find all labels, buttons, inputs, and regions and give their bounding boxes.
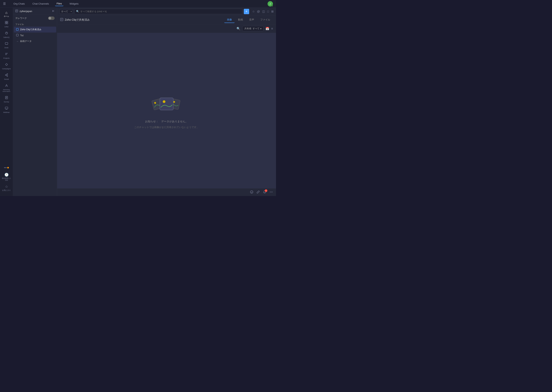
sidebar-item-social[interactable]: Social bbox=[1, 72, 12, 82]
topbar-icons: ☆ @ ◫ □ ⊞ bbox=[252, 10, 274, 13]
notify-icon[interactable]: 1 bbox=[263, 190, 266, 195]
nav-org-chats[interactable]: Org Chats bbox=[12, 1, 26, 6]
svg-rect-13 bbox=[16, 34, 18, 36]
crm-icon bbox=[5, 21, 8, 25]
sidebar-item-projects[interactable]: Projects bbox=[1, 51, 12, 61]
teleswork-toggle[interactable] bbox=[48, 16, 55, 20]
svg-point-20 bbox=[163, 100, 165, 103]
svg-point-26 bbox=[272, 192, 273, 192]
tab-audio[interactable]: 音声 bbox=[247, 17, 257, 23]
star-icon: ☆ bbox=[5, 184, 8, 189]
icon-nav: ⌂ ホーム CRM SalesIQ bbox=[0, 8, 13, 196]
more-dots[interactable]: ••• bbox=[2, 165, 11, 171]
sidebar-file-taz[interactable]: Taz bbox=[14, 33, 56, 38]
search-icon: 🔍 bbox=[76, 10, 79, 13]
nav-widgets[interactable]: Widgets bbox=[68, 1, 80, 6]
top-nav: ☰ Org Chats Chat Channels Files Widgets … bbox=[0, 0, 276, 8]
sidebar-item-recent[interactable]: 🕐 最近使用した項目 bbox=[1, 171, 12, 182]
nav-chat-channels[interactable]: Chat Channels bbox=[31, 1, 51, 6]
empty-icon-area bbox=[151, 92, 182, 116]
files-title-area: Zoho Cliqで共有済み bbox=[60, 18, 221, 22]
search-toolbar-icon[interactable]: 🔍 bbox=[237, 27, 240, 30]
svg-point-6 bbox=[5, 74, 6, 75]
orange-dot bbox=[7, 167, 9, 168]
sidebar-item-label: Webinar bbox=[3, 112, 10, 113]
zoho-cliq-file-icon bbox=[16, 28, 19, 31]
svg-rect-3 bbox=[7, 23, 8, 24]
sidebar-item-label: SalesIQ bbox=[3, 36, 9, 38]
notify-badge: 1 bbox=[265, 189, 267, 192]
shared-by-filter[interactable]: 共有者: すべて ▾ bbox=[242, 26, 263, 31]
calendar-topbar-icon[interactable]: □ bbox=[267, 10, 269, 13]
svg-point-4 bbox=[5, 32, 8, 34]
svg-rect-12 bbox=[16, 28, 18, 30]
sidebar-item-label: Survey bbox=[4, 101, 9, 103]
social-icon bbox=[5, 73, 8, 78]
sidebar-item-label: Desk bbox=[4, 47, 8, 49]
archive-topbar-icon[interactable]: ◫ bbox=[262, 10, 265, 13]
list-toolbar-icon[interactable]: ≡ bbox=[271, 27, 273, 30]
sidebar-file-zoho-cliq[interactable]: Zoho Cliqで共有済み bbox=[14, 27, 56, 33]
hamburger-icon[interactable]: ☰ bbox=[3, 2, 6, 6]
sidebar-item-salesiq[interactable]: SalesIQ bbox=[1, 30, 12, 40]
survey-icon bbox=[5, 96, 8, 100]
sidebar-item-label: Campaigns bbox=[2, 68, 11, 70]
sidebar-file-recording[interactable]: → 録画データ bbox=[14, 38, 56, 44]
filter-wrap: すべて ▾ bbox=[59, 9, 73, 14]
channel-icon bbox=[15, 10, 18, 13]
sidebar-item-home[interactable]: ⌂ ホーム bbox=[1, 9, 12, 19]
avatar[interactable]: Z bbox=[268, 1, 273, 7]
calendar-toolbar-icon[interactable]: 📅 bbox=[265, 27, 269, 30]
sidebar-item-marketing-automation[interactable]: Marketing Automation bbox=[1, 82, 12, 94]
svg-point-22 bbox=[251, 191, 251, 192]
avatar-status-dot bbox=[271, 5, 273, 7]
dropdown-arrow-icon: ▾ bbox=[260, 27, 261, 30]
sidebar-item-label: CRM bbox=[4, 26, 8, 28]
attach-icon[interactable] bbox=[256, 190, 260, 195]
files-title-icon bbox=[60, 18, 63, 22]
content-topbar: すべて ▾ 🔍 + ☆ @ ◫ □ ⊞ bbox=[57, 8, 276, 15]
tab-images[interactable]: 画像 bbox=[224, 17, 235, 23]
svg-point-21 bbox=[250, 191, 253, 193]
filter-select[interactable]: すべて bbox=[59, 9, 73, 14]
sidebar-header: zylkerjapan bbox=[13, 8, 57, 15]
mute-icon[interactable] bbox=[52, 10, 55, 13]
add-button[interactable]: + bbox=[244, 9, 249, 14]
star-topbar-icon[interactable]: ☆ bbox=[252, 10, 255, 13]
files-tabs: 画像 動画 音声 ファイル bbox=[224, 17, 273, 23]
tab-video[interactable]: 動画 bbox=[235, 17, 246, 23]
more-icon[interactable] bbox=[269, 190, 273, 195]
sidebar-item-crm[interactable]: CRM bbox=[1, 19, 12, 29]
projects-icon bbox=[5, 52, 8, 57]
marketing-automation-icon bbox=[5, 84, 8, 88]
sidebar-item-webinar[interactable]: Webinar bbox=[1, 105, 12, 115]
sidebar-item-label: Marketing Automation bbox=[1, 89, 12, 92]
mention-topbar-icon[interactable]: @ bbox=[257, 10, 260, 13]
files-header: Zoho Cliqで共有済み 画像 動画 音声 ファイル bbox=[57, 15, 276, 25]
svg-rect-10 bbox=[5, 107, 8, 109]
sidebar-item-campaigns[interactable]: Campaigns bbox=[1, 61, 12, 71]
icon-nav-bottom: 🕐 最近使用した項目 ☆ お気に入り bbox=[1, 171, 12, 195]
home-icon: ⌂ bbox=[5, 11, 7, 15]
tab-file[interactable]: ファイル bbox=[258, 17, 273, 23]
bottom-bar: 1 bbox=[57, 188, 276, 196]
svg-rect-5 bbox=[5, 42, 8, 44]
recent-icon: 🕐 bbox=[4, 173, 9, 177]
desk-icon bbox=[5, 42, 8, 46]
search-bar: 🔍 bbox=[74, 9, 242, 14]
sidebar-item-desk[interactable]: Desk bbox=[1, 40, 12, 50]
svg-rect-2 bbox=[5, 23, 6, 24]
empty-state-description: このチャットでは画像がまだ共有されていないようです。 bbox=[134, 126, 199, 129]
search-input[interactable] bbox=[80, 10, 240, 13]
sidebar-item-favorites[interactable]: ☆ お気に入り bbox=[1, 183, 12, 193]
sidebar-item-survey[interactable]: Survey bbox=[1, 94, 12, 105]
svg-rect-1 bbox=[7, 21, 8, 22]
nav-files[interactable]: Files bbox=[55, 1, 63, 6]
second-sidebar: zylkerjapan テレワーク ファイル Zoho Cliqで bbox=[13, 8, 57, 196]
emoji-icon[interactable] bbox=[250, 190, 253, 195]
toggle-knob bbox=[49, 17, 51, 20]
svg-point-24 bbox=[270, 192, 270, 192]
sidebar-item-label: Social bbox=[4, 78, 9, 80]
empty-images-illustration bbox=[151, 92, 182, 115]
grid-topbar-icon[interactable]: ⊞ bbox=[271, 10, 274, 13]
